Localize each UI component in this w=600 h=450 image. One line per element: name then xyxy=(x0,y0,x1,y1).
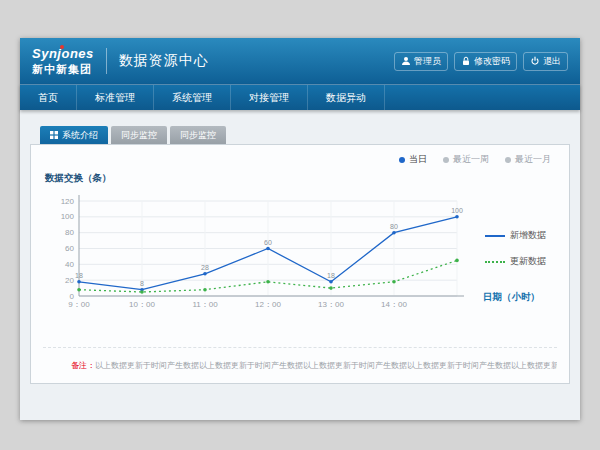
brand-name: Synjones xyxy=(32,47,94,61)
nav-item-home[interactable]: 首页 xyxy=(20,85,77,110)
note-text: 以上数据更新于时间产生数据以上数据更新于时间产生数据以上数据更新于时间产生数据以… xyxy=(95,361,557,370)
filter-today[interactable]: 当日 xyxy=(399,153,427,166)
legend-label: 新增数据 xyxy=(510,229,546,242)
svg-text:100: 100 xyxy=(61,212,75,221)
legend-new-data[interactable]: 新增数据 xyxy=(485,229,546,242)
nav-label: 首页 xyxy=(38,91,58,105)
svg-text:8: 8 xyxy=(140,280,144,287)
change-password-button[interactable]: 修改密码 xyxy=(454,52,517,71)
y-axis-label: 数据交换（条） xyxy=(45,172,557,185)
svg-text:120: 120 xyxy=(61,197,75,206)
nav-label: 数据异动 xyxy=(326,91,366,105)
line-chart: 0204060801001209：0010：0011：0012：0013：001… xyxy=(43,187,473,327)
nav-label: 标准管理 xyxy=(95,91,135,105)
main-content: 系统介绍 同步监控 同步监控 当日 最近一周 xyxy=(20,110,580,420)
svg-text:28: 28 xyxy=(201,264,209,271)
svg-text:12：00: 12：00 xyxy=(255,300,281,309)
svg-text:9：00: 9：00 xyxy=(68,300,90,309)
tab-bar: 系统介绍 同步监控 同步监控 xyxy=(30,126,570,144)
nav-item-system-mgmt[interactable]: 系统管理 xyxy=(154,85,231,110)
tab-sync-monitor-1[interactable]: 同步监控 xyxy=(111,126,167,144)
main-nav: 首页 标准管理 系统管理 对接管理 数据异动 xyxy=(20,84,580,110)
chart-panel: 当日 最近一周 最近一月 数据交换（条） 0204060801001209：00… xyxy=(30,144,570,384)
svg-text:18: 18 xyxy=(75,272,83,279)
logout-button[interactable]: 退出 xyxy=(523,52,568,71)
svg-text:100: 100 xyxy=(451,207,463,214)
nav-item-standard-mgmt[interactable]: 标准管理 xyxy=(77,85,154,110)
nav-item-interface-mgmt[interactable]: 对接管理 xyxy=(231,85,308,110)
chart-area: 0204060801001209：0010：0011：0012：0013：001… xyxy=(43,187,557,337)
legend-line-sample-green xyxy=(485,261,505,263)
tab-label: 同步监控 xyxy=(121,129,157,142)
svg-text:11：00: 11：00 xyxy=(192,300,218,309)
svg-text:20: 20 xyxy=(65,276,74,285)
legend-label: 更新数据 xyxy=(510,255,546,268)
logout-label: 退出 xyxy=(543,55,561,68)
svg-text:10：00: 10：00 xyxy=(129,300,155,309)
lock-icon xyxy=(461,56,471,66)
filter-label: 最近一月 xyxy=(515,153,551,166)
tab-label: 同步监控 xyxy=(180,129,216,142)
tab-system-intro[interactable]: 系统介绍 xyxy=(40,126,108,144)
svg-text:40: 40 xyxy=(65,260,74,269)
admin-button[interactable]: 管理员 xyxy=(394,52,448,71)
brand-logo: Synjones 新中新集团 xyxy=(32,47,94,74)
svg-text:60: 60 xyxy=(65,244,74,253)
chart-legend: 新增数据 更新数据 xyxy=(485,229,546,268)
tab-label: 系统介绍 xyxy=(62,129,98,142)
filter-last-month[interactable]: 最近一月 xyxy=(505,153,551,166)
radio-dot-icon xyxy=(505,157,511,163)
grid-icon xyxy=(50,131,58,139)
svg-text:80: 80 xyxy=(65,228,74,237)
x-axis-label: 日期（小时） xyxy=(483,291,540,304)
nav-label: 系统管理 xyxy=(172,91,212,105)
header-divider xyxy=(106,48,107,74)
page-title: 数据资源中心 xyxy=(119,52,209,70)
radio-dot-icon xyxy=(443,157,449,163)
admin-label: 管理员 xyxy=(414,55,441,68)
filter-last-week[interactable]: 最近一周 xyxy=(443,153,489,166)
note-label: 备注： xyxy=(71,361,95,370)
radio-dot-icon xyxy=(399,157,405,163)
footnote: 备注：以上数据更新于时间产生数据以上数据更新于时间产生数据以上数据更新于时间产生… xyxy=(43,347,557,383)
svg-text:13：00: 13：00 xyxy=(318,300,344,309)
svg-text:80: 80 xyxy=(390,223,398,230)
period-filter: 当日 最近一周 最近一月 xyxy=(43,153,557,166)
change-password-label: 修改密码 xyxy=(474,55,510,68)
nav-item-data-change[interactable]: 数据异动 xyxy=(308,85,385,110)
header-actions: 管理员 修改密码 退出 xyxy=(394,52,568,71)
svg-text:60: 60 xyxy=(264,239,272,246)
brand-subtitle: 新中新集团 xyxy=(32,63,94,75)
app-window: Synjones 新中新集团 数据资源中心 管理员 修改密码 xyxy=(20,38,580,420)
tab-sync-monitor-2[interactable]: 同步监控 xyxy=(170,126,226,144)
filter-label: 当日 xyxy=(409,153,427,166)
svg-text:14：00: 14：00 xyxy=(381,300,407,309)
legend-line-sample-blue xyxy=(485,235,505,237)
power-icon xyxy=(530,56,540,66)
filter-label: 最近一周 xyxy=(453,153,489,166)
legend-update-data[interactable]: 更新数据 xyxy=(485,255,546,268)
user-icon xyxy=(401,56,411,66)
svg-text:18: 18 xyxy=(327,272,335,279)
app-header: Synjones 新中新集团 数据资源中心 管理员 修改密码 xyxy=(20,38,580,84)
nav-label: 对接管理 xyxy=(249,91,289,105)
